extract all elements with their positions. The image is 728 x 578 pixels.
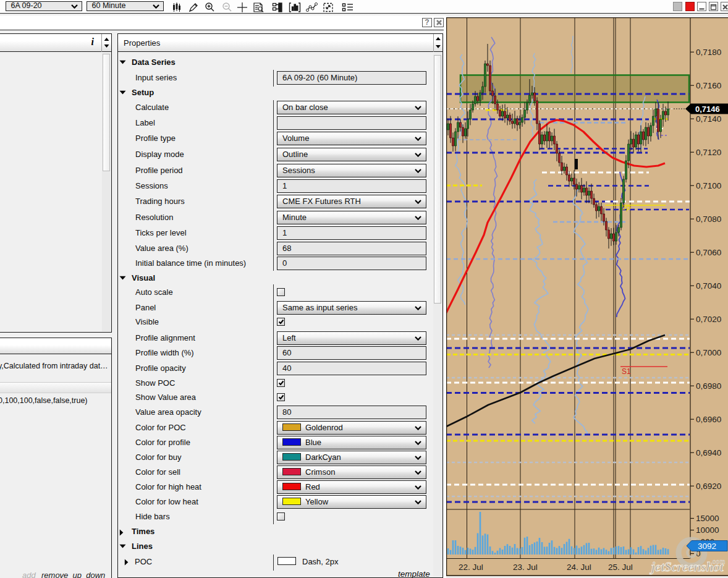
svg-text:0,7160: 0,7160 — [696, 81, 721, 90]
svg-text:0,7080: 0,7080 — [696, 215, 721, 224]
svg-text:0,6940: 0,6940 — [696, 448, 721, 457]
svg-text:24. Jul: 24. Jul — [567, 563, 591, 572]
svg-text:25. Jul: 25. Jul — [608, 563, 633, 572]
svg-text:10000: 10000 — [696, 525, 719, 535]
svg-text:0,6980: 0,6980 — [696, 381, 721, 391]
svg-text:3092: 3092 — [698, 542, 716, 551]
svg-text:0,7180: 0,7180 — [696, 48, 721, 57]
svg-text:S1: S1 — [622, 367, 631, 376]
svg-text:0,7146: 0,7146 — [695, 104, 720, 114]
svg-text:0,7060: 0,7060 — [696, 248, 721, 257]
svg-text:0,7120: 0,7120 — [696, 148, 721, 157]
svg-text:23. Jul: 23. Jul — [513, 563, 538, 572]
svg-text:0,7020: 0,7020 — [696, 315, 721, 324]
svg-text:22. Jul: 22. Jul — [459, 563, 483, 572]
svg-text:.com: .com — [711, 558, 725, 565]
svg-text:0,7100: 0,7100 — [696, 181, 721, 190]
svg-text:0,7000: 0,7000 — [696, 348, 721, 357]
svg-text:15000: 15000 — [696, 514, 719, 523]
svg-text:0,6920: 0,6920 — [696, 482, 721, 491]
svg-text:0,7040: 0,7040 — [696, 281, 721, 291]
svg-text:PP: PP — [621, 205, 631, 213]
svg-text:0,7140: 0,7140 — [696, 114, 721, 124]
svg-text:0,6960: 0,6960 — [696, 415, 721, 424]
